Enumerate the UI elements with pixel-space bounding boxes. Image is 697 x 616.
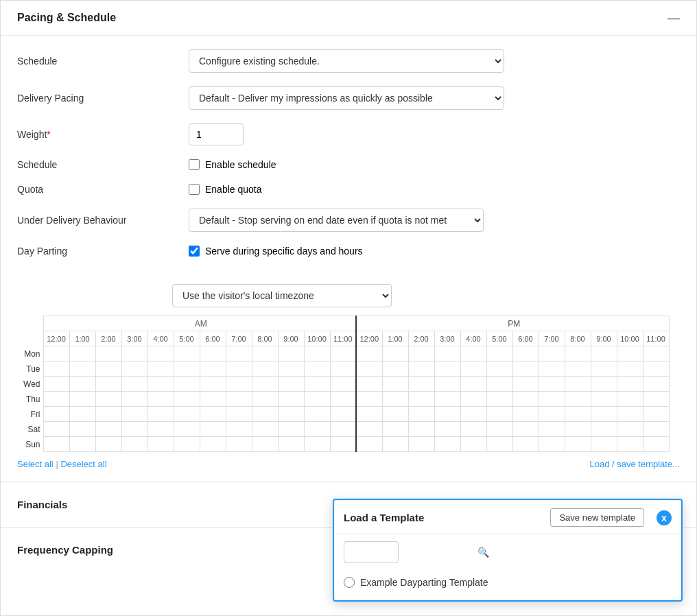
grid-cell-thu-5[interactable] [174, 392, 200, 407]
grid-cell-thu-15[interactable] [434, 392, 460, 407]
grid-cell-fri-6[interactable] [200, 407, 226, 422]
grid-cell-fri-13[interactable] [382, 407, 408, 422]
grid-cell-mon-20[interactable] [565, 346, 591, 362]
grid-cell-sun-8[interactable] [252, 437, 278, 452]
grid-cell-sun-9[interactable] [278, 437, 304, 452]
grid-cell-tue-11[interactable] [330, 362, 356, 377]
grid-cell-sat-1[interactable] [69, 422, 95, 437]
grid-cell-sat-18[interactable] [512, 422, 539, 437]
grid-cell-tue-22[interactable] [617, 362, 643, 377]
grid-cell-wed-23[interactable] [643, 377, 669, 392]
grid-cell-sat-2[interactable] [95, 422, 121, 437]
grid-cell-sun-2[interactable] [95, 437, 121, 452]
grid-cell-mon-4[interactable] [147, 346, 174, 362]
grid-cell-mon-13[interactable] [382, 346, 408, 362]
grid-cell-tue-21[interactable] [591, 362, 617, 377]
grid-cell-tue-14[interactable] [408, 362, 434, 377]
grid-cell-thu-10[interactable] [304, 392, 330, 407]
grid-cell-wed-3[interactable] [121, 377, 147, 392]
grid-cell-sat-22[interactable] [617, 422, 643, 437]
close-popup-button[interactable]: x [657, 510, 672, 525]
grid-cell-fri-3[interactable] [121, 407, 147, 422]
grid-cell-tue-15[interactable] [434, 362, 460, 377]
grid-cell-tue-2[interactable] [95, 362, 121, 377]
grid-cell-sat-6[interactable] [200, 422, 226, 437]
grid-cell-mon-8[interactable] [252, 346, 278, 362]
grid-cell-mon-12[interactable] [356, 346, 382, 362]
grid-cell-fri-8[interactable] [252, 407, 278, 422]
grid-cell-fri-7[interactable] [226, 407, 252, 422]
grid-cell-tue-16[interactable] [460, 362, 486, 377]
grid-cell-fri-0[interactable] [43, 407, 69, 422]
grid-cell-fri-12[interactable] [356, 407, 382, 422]
grid-cell-sat-10[interactable] [304, 422, 330, 437]
grid-cell-fri-15[interactable] [434, 407, 460, 422]
grid-cell-fri-11[interactable] [330, 407, 356, 422]
grid-cell-wed-5[interactable] [174, 377, 200, 392]
grid-cell-sat-0[interactable] [43, 422, 69, 437]
grid-cell-thu-7[interactable] [226, 392, 252, 407]
grid-cell-sat-15[interactable] [434, 422, 460, 437]
grid-cell-thu-3[interactable] [121, 392, 147, 407]
grid-cell-sat-9[interactable] [278, 422, 304, 437]
grid-cell-wed-17[interactable] [486, 377, 512, 392]
grid-cell-tue-8[interactable] [252, 362, 278, 377]
grid-cell-sun-14[interactable] [408, 437, 434, 452]
grid-cell-mon-6[interactable] [200, 346, 226, 362]
select-all-link[interactable]: Select all [17, 459, 54, 469]
grid-cell-fri-18[interactable] [512, 407, 539, 422]
grid-cell-sun-13[interactable] [382, 437, 408, 452]
grid-cell-tue-0[interactable] [43, 362, 69, 377]
grid-cell-thu-9[interactable] [278, 392, 304, 407]
grid-cell-sun-7[interactable] [226, 437, 252, 452]
grid-cell-sat-14[interactable] [408, 422, 434, 437]
grid-cell-thu-18[interactable] [512, 392, 539, 407]
grid-cell-tue-19[interactable] [539, 362, 565, 377]
grid-cell-sun-16[interactable] [460, 437, 486, 452]
grid-cell-wed-12[interactable] [356, 377, 382, 392]
grid-cell-mon-2[interactable] [95, 346, 121, 362]
grid-cell-thu-0[interactable] [43, 392, 69, 407]
grid-cell-wed-11[interactable] [330, 377, 356, 392]
grid-cell-fri-19[interactable] [539, 407, 565, 422]
grid-cell-fri-10[interactable] [304, 407, 330, 422]
weight-input[interactable] [189, 123, 244, 145]
grid-cell-sun-5[interactable] [174, 437, 200, 452]
grid-cell-fri-17[interactable] [486, 407, 512, 422]
grid-cell-thu-8[interactable] [252, 392, 278, 407]
grid-cell-tue-13[interactable] [382, 362, 408, 377]
template-item[interactable]: Example Dayparting Template [334, 571, 681, 593]
grid-cell-wed-16[interactable] [460, 377, 486, 392]
grid-cell-fri-20[interactable] [565, 407, 591, 422]
grid-cell-sat-20[interactable] [565, 422, 591, 437]
save-new-template-button[interactable]: Save new template [550, 508, 644, 527]
load-save-link[interactable]: Load / save template... [589, 459, 680, 469]
delivery-pacing-select[interactable]: Default - Deliver my impressions as quic… [189, 86, 504, 110]
grid-cell-sun-23[interactable] [643, 437, 669, 452]
grid-cell-sun-6[interactable] [200, 437, 226, 452]
grid-cell-thu-22[interactable] [617, 392, 643, 407]
grid-cell-thu-13[interactable] [382, 392, 408, 407]
grid-cell-mon-3[interactable] [121, 346, 147, 362]
template-radio[interactable] [344, 577, 355, 588]
grid-cell-thu-16[interactable] [460, 392, 486, 407]
grid-cell-tue-7[interactable] [226, 362, 252, 377]
grid-cell-tue-5[interactable] [174, 362, 200, 377]
grid-cell-thu-14[interactable] [408, 392, 434, 407]
grid-cell-sun-12[interactable] [356, 437, 382, 452]
schedule-select[interactable]: Configure existing schedule.Create new s… [189, 49, 504, 73]
grid-cell-tue-4[interactable] [147, 362, 174, 377]
grid-cell-mon-16[interactable] [460, 346, 486, 362]
grid-cell-sat-8[interactable] [252, 422, 278, 437]
grid-cell-sat-12[interactable] [356, 422, 382, 437]
grid-cell-sun-1[interactable] [69, 437, 95, 452]
grid-cell-thu-11[interactable] [330, 392, 356, 407]
grid-cell-fri-21[interactable] [591, 407, 617, 422]
grid-cell-fri-2[interactable] [95, 407, 121, 422]
grid-cell-wed-15[interactable] [434, 377, 460, 392]
grid-cell-mon-18[interactable] [512, 346, 539, 362]
grid-cell-wed-1[interactable] [69, 377, 95, 392]
grid-cell-thu-19[interactable] [539, 392, 565, 407]
grid-cell-fri-5[interactable] [174, 407, 200, 422]
minimize-button[interactable]: — [668, 12, 680, 24]
